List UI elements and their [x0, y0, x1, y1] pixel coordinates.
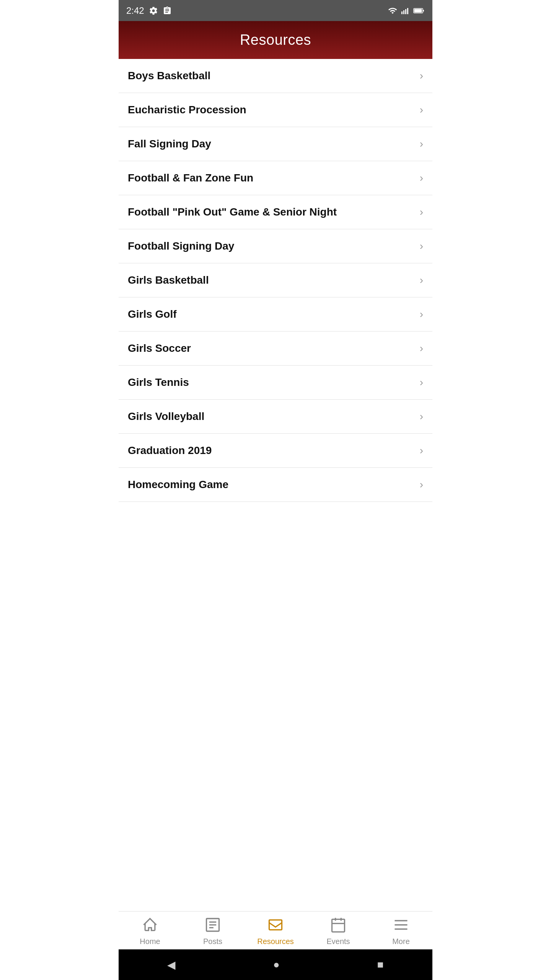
- status-time: 2:42: [126, 5, 144, 16]
- list-item-label: Girls Golf: [128, 308, 177, 320]
- list-item-label: Girls Volleyball: [128, 410, 204, 423]
- chevron-right-icon: ›: [420, 206, 423, 218]
- list-item[interactable]: Girls Golf ›: [119, 297, 432, 332]
- signal-icon: [401, 6, 410, 15]
- svg-rect-11: [269, 920, 282, 930]
- list-item[interactable]: Fall Signing Day ›: [119, 127, 432, 161]
- nav-item-home[interactable]: Home: [119, 916, 181, 946]
- svg-rect-2: [405, 9, 406, 14]
- list-item[interactable]: Girls Soccer ›: [119, 332, 432, 366]
- list-item-label: Girls Tennis: [128, 376, 189, 389]
- chevron-right-icon: ›: [420, 342, 423, 354]
- chevron-right-icon: ›: [420, 376, 423, 389]
- list-item-label: Eucharistic Procession: [128, 104, 246, 116]
- list-item-label: Girls Soccer: [128, 342, 191, 354]
- list-item-label: Boys Basketball: [128, 70, 210, 82]
- home-nav-label: Home: [140, 937, 160, 946]
- list-item[interactable]: Football & Fan Zone Fun ›: [119, 161, 432, 195]
- clipboard-icon: [163, 6, 172, 15]
- wifi-icon: [387, 6, 398, 15]
- nav-item-more[interactable]: More: [370, 916, 432, 946]
- bottom-navigation: Home Posts Resources Events More: [119, 911, 432, 949]
- chevron-right-icon: ›: [420, 479, 423, 491]
- svg-rect-6: [423, 10, 424, 11]
- resources-nav-label: Resources: [257, 937, 294, 946]
- list-item-label: Graduation 2019: [128, 444, 212, 457]
- recents-button[interactable]: ■: [377, 959, 384, 971]
- back-button[interactable]: ◀: [167, 959, 176, 971]
- svg-rect-0: [401, 11, 403, 14]
- events-nav-icon: [330, 916, 347, 935]
- list-item-label: Girls Basketball: [128, 274, 209, 286]
- chevron-right-icon: ›: [420, 70, 423, 82]
- list-item[interactable]: Homecoming Game ›: [119, 468, 432, 502]
- chevron-right-icon: ›: [420, 444, 423, 457]
- chevron-right-icon: ›: [420, 104, 423, 116]
- resources-list: Boys Basketball › Eucharistic Procession…: [119, 59, 432, 911]
- settings-icon: [149, 6, 158, 15]
- list-item[interactable]: Graduation 2019 ›: [119, 434, 432, 468]
- list-item[interactable]: Football "Pink Out" Game & Senior Night …: [119, 195, 432, 229]
- status-right: [387, 6, 425, 15]
- more-nav-icon: [393, 916, 409, 935]
- nav-item-events[interactable]: Events: [307, 916, 370, 946]
- battery-icon: [413, 6, 425, 15]
- chevron-right-icon: ›: [420, 308, 423, 320]
- more-nav-label: More: [392, 937, 410, 946]
- android-nav-bar: ◀ ● ■: [119, 949, 432, 980]
- home-button[interactable]: ●: [273, 959, 280, 971]
- list-item-label: Football Signing Day: [128, 240, 234, 252]
- chevron-right-icon: ›: [420, 410, 423, 423]
- list-item-label: Homecoming Game: [128, 479, 228, 491]
- list-item[interactable]: Girls Tennis ›: [119, 366, 432, 400]
- page-title: Resources: [126, 32, 425, 48]
- chevron-right-icon: ›: [420, 240, 423, 252]
- svg-rect-3: [407, 8, 408, 14]
- home-nav-icon: [142, 916, 158, 935]
- chevron-right-icon: ›: [420, 172, 423, 184]
- list-item-label: Football "Pink Out" Game & Senior Night: [128, 206, 337, 218]
- status-left: 2:42: [126, 5, 172, 16]
- list-item-label: Fall Signing Day: [128, 138, 211, 150]
- chevron-right-icon: ›: [420, 274, 423, 286]
- page-header: Resources: [119, 21, 432, 59]
- nav-item-resources[interactable]: Resources: [244, 916, 307, 946]
- svg-rect-1: [403, 10, 404, 14]
- chevron-right-icon: ›: [420, 138, 423, 150]
- svg-rect-5: [414, 9, 422, 12]
- posts-nav-icon: [204, 916, 221, 935]
- list-item-label: Football & Fan Zone Fun: [128, 172, 253, 184]
- list-item[interactable]: Boys Basketball ›: [119, 59, 432, 93]
- svg-rect-12: [332, 919, 345, 932]
- nav-item-posts[interactable]: Posts: [181, 916, 244, 946]
- events-nav-label: Events: [326, 937, 350, 946]
- status-bar: 2:42: [119, 0, 432, 21]
- list-item[interactable]: Eucharistic Procession ›: [119, 93, 432, 127]
- posts-nav-label: Posts: [203, 937, 222, 946]
- list-item[interactable]: Football Signing Day ›: [119, 229, 432, 263]
- list-item[interactable]: Girls Volleyball ›: [119, 400, 432, 434]
- resources-nav-icon: [267, 916, 284, 935]
- list-item[interactable]: Girls Basketball ›: [119, 263, 432, 297]
